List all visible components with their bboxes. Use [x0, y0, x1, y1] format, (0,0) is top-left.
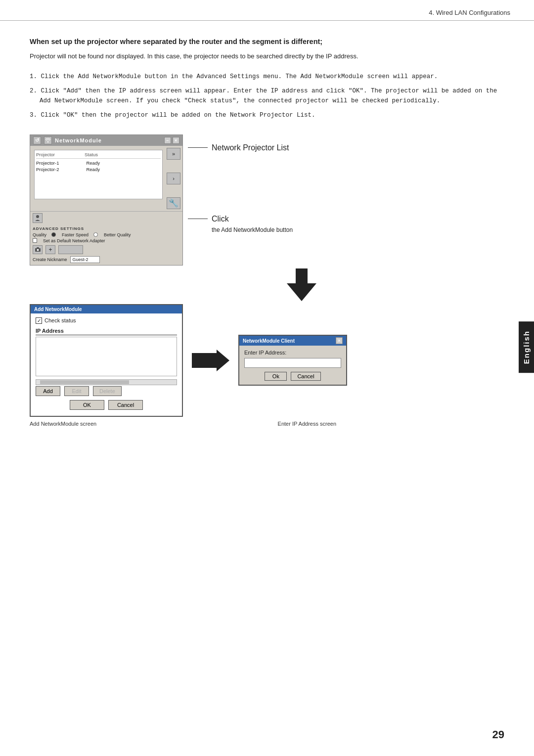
quality-row: Quality Faster Speed Better Quality	[33, 232, 180, 237]
default-adapter-checkbox[interactable]	[33, 238, 37, 243]
arrow-right-body	[192, 353, 217, 368]
nickname-row: Create Nickname Guest-2	[33, 256, 180, 263]
enter-ip-body: Enter IP Address: Ok Cancel	[239, 346, 346, 385]
edit-button[interactable]: Edit	[64, 386, 89, 396]
arrow-stem	[296, 268, 308, 283]
nm-list-row-5	[36, 182, 161, 187]
enter-ip-close-button[interactable]: ×	[336, 337, 343, 344]
annotation-dash-1	[188, 147, 208, 148]
annotation-dash-2	[188, 219, 208, 219]
arrow-right	[192, 350, 229, 371]
step-1: 1. Click the Add NetworkModule button in…	[30, 72, 504, 82]
page-header: 4. Wired LAN Configurations	[0, 0, 534, 21]
nm-list-area: Projector Status Projector-1 Ready Proje…	[34, 150, 163, 199]
check-status-row: ✓ Check status	[36, 317, 177, 324]
arrow-down	[99, 268, 504, 301]
enter-ip-btn-row: Ok Cancel	[244, 372, 341, 381]
default-adapter-row: Set as Default Network Adapter	[33, 238, 180, 243]
nm-window: ↺ NetworkModule – ×	[30, 134, 183, 266]
section-intro: Projector will not be found nor displaye…	[30, 51, 504, 62]
nickname-label: Create Nickname	[33, 257, 67, 262]
nm-person-icon	[33, 213, 43, 223]
add-button[interactable]: Add	[36, 386, 60, 396]
ip-address-label: IP Address	[36, 328, 177, 335]
diagram-container: ↺ NetworkModule – ×	[30, 134, 504, 427]
add-nm-screen-caption: Add NetworkModule screen	[30, 421, 96, 427]
nm-refresh-icon: ↺	[33, 136, 41, 144]
enter-ip-screen: NetworkModule Client × Enter IP Address:…	[238, 335, 347, 386]
quality-label: Quality	[33, 232, 46, 237]
close-button[interactable]: ×	[173, 137, 179, 144]
nm-settings-button[interactable]: 🔧	[167, 197, 180, 209]
network-projector-list-label: Network Projector List	[212, 143, 289, 152]
nm-right-button[interactable]: ›	[167, 173, 180, 184]
right-annotations: Network Projector List Click the Add Net…	[188, 134, 293, 233]
svg-point-0	[47, 141, 48, 142]
faster-speed-label: Faster Speed	[62, 232, 89, 237]
step-2: 2. Click "Add" then the IP address scree…	[30, 86, 504, 106]
add-nm-body: ✓ Check status IP Address Add Edit	[31, 313, 182, 416]
step-3: 3. Click "OK" then the projector will be…	[30, 110, 504, 121]
nm-list-row-3	[36, 173, 161, 178]
click-annotation: Click the Add NetworkModule button	[188, 215, 293, 233]
better-quality-radio[interactable]	[93, 232, 98, 237]
nm-forward-button[interactable]: »	[167, 148, 180, 160]
better-quality-label: Better Quality	[104, 232, 131, 237]
arrow-head	[287, 283, 316, 301]
add-nm-titlebar: Add NetworkModule	[31, 305, 182, 313]
nm-advanced-settings: ADVANCED SETTINGS Quality Faster Speed B…	[30, 224, 182, 265]
ok-cancel-row: OK Cancel	[36, 400, 177, 413]
enter-ip-field[interactable]	[244, 358, 341, 368]
page-number: 29	[492, 728, 504, 741]
click-annotation-line: Click	[188, 215, 293, 223]
faster-speed-radio[interactable]	[51, 232, 56, 237]
nickname-field[interactable]: Guest-2	[70, 256, 100, 263]
nm-list-header: Projector Status	[36, 152, 161, 159]
check-status-label: Check status	[44, 317, 76, 323]
add-network-module-button[interactable]: +	[45, 245, 55, 254]
add-edit-delete-row: Add Edit Delete	[36, 386, 177, 396]
header-title: 4. Wired LAN Configurations	[429, 9, 510, 16]
ip-address-list	[36, 337, 177, 376]
arrow-right-head	[217, 350, 229, 371]
add-row: +	[33, 245, 180, 254]
nm-camera-icon	[33, 245, 43, 254]
scrollbar[interactable]	[36, 379, 177, 385]
english-tab: English	[519, 321, 534, 373]
svg-rect-4	[37, 247, 39, 248]
add-network-line	[58, 245, 83, 254]
enter-ip-titlebar: NetworkModule Client ×	[239, 336, 346, 346]
enter-ip-title: NetworkModule Client	[243, 338, 295, 344]
enter-ip-cancel-button[interactable]: Cancel	[291, 372, 320, 381]
nm-window-buttons[interactable]: – ×	[164, 137, 179, 144]
cancel-button[interactable]: Cancel	[108, 400, 143, 410]
nm-list-row-1[interactable]: Projector-1 Ready	[36, 160, 161, 166]
enter-ip-ok-button[interactable]: Ok	[265, 372, 287, 381]
minimize-button[interactable]: –	[164, 137, 171, 144]
nm-list-row-2[interactable]: Projector-2 Ready	[36, 166, 161, 173]
add-nm-screen: Add NetworkModule ✓ Check status IP Addr…	[30, 304, 183, 417]
section-heading: When set up the projector where separate…	[30, 37, 504, 46]
network-projector-list-annotation: Network Projector List	[188, 143, 293, 152]
lower-diagram: Add NetworkModule ✓ Check status IP Addr…	[30, 304, 504, 417]
nm-list-row-4	[36, 178, 161, 182]
delete-button[interactable]: Delete	[93, 386, 122, 396]
main-content: When set up the projector where separate…	[0, 21, 534, 446]
scrollbar-thumb	[40, 380, 129, 384]
ok-button[interactable]: OK	[70, 400, 104, 410]
check-status-checkbox[interactable]: ✓	[36, 317, 42, 324]
click-label: Click	[212, 215, 229, 223]
advanced-settings-title: ADVANCED SETTINGS	[33, 226, 180, 231]
enter-ip-label: Enter IP Address:	[244, 350, 341, 356]
svg-point-3	[37, 249, 39, 251]
add-nm-btn-label: the Add NetworkModule button	[212, 226, 293, 233]
nm-titlebar: ↺ NetworkModule – ×	[30, 135, 182, 146]
default-adapter-label: Set as Default Network Adapter	[43, 238, 105, 243]
svg-point-1	[36, 215, 39, 218]
bottom-captions: Add NetworkModule screen Enter IP Addres…	[30, 421, 336, 427]
steps-list: 1. Click the Add NetworkModule button in…	[30, 72, 504, 121]
nm-title: NetworkModule	[55, 137, 102, 143]
nm-wifi-icon	[44, 136, 52, 144]
enter-ip-screen-caption: Enter IP Address screen	[278, 421, 336, 427]
